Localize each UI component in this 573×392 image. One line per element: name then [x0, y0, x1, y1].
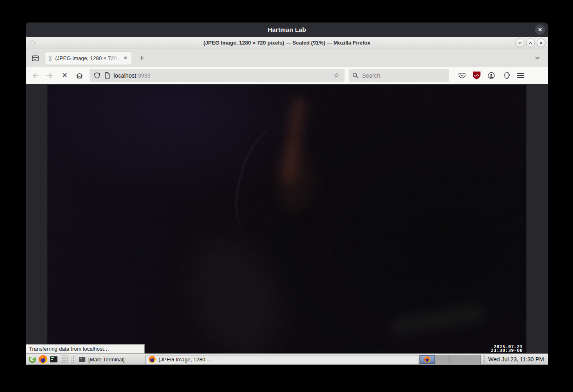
- workspace-1-active[interactable]: [420, 355, 435, 364]
- close-button[interactable]: [537, 38, 546, 47]
- clock-drag-handle[interactable]: [482, 355, 485, 363]
- firefox-view-icon: [31, 54, 39, 62]
- tab-bar: (JPEG Image, 1280 × 720 pi ✕ +: [26, 49, 548, 67]
- stop-button[interactable]: ✕: [58, 69, 71, 82]
- firefox-window-title: (JPEG Image, 1280 × 720 pixels) — Scaled…: [204, 40, 371, 46]
- chevron-up-icon: [528, 40, 533, 45]
- terminal-icon: [50, 356, 58, 363]
- url-bar[interactable]: localhost:9999 ☆: [90, 69, 345, 82]
- account-button[interactable]: [485, 69, 498, 82]
- workspace-2[interactable]: [435, 355, 450, 364]
- list-all-tabs-button[interactable]: [533, 53, 542, 63]
- firefox-icon: [149, 356, 156, 363]
- home-icon: [76, 72, 83, 79]
- navigation-toolbar: ✕ localhost:9999 ☆: [26, 67, 548, 84]
- close-icon: [539, 40, 544, 45]
- url-text[interactable]: localhost:9999: [114, 72, 333, 79]
- sensor-noise-overlay: [47, 85, 526, 353]
- task-label: [Mate Terminal]: [88, 356, 125, 363]
- search-icon: [352, 72, 359, 79]
- file-cabinet-icon: [61, 356, 67, 363]
- search-bar[interactable]: [349, 69, 449, 82]
- vnc-titlebar: Hartman Lab ✕: [26, 22, 548, 37]
- forward-arrow-icon: [46, 72, 54, 79]
- task-label: (JPEG Image, 1280 …: [159, 356, 212, 363]
- tracking-shield-icon[interactable]: [94, 72, 101, 79]
- browser-content: 2025-07-23 23:30:39-00 Transferring data…: [26, 84, 548, 354]
- chevron-down-icon: [535, 55, 540, 61]
- firefox-launcher[interactable]: [38, 354, 48, 364]
- remote-desktop: Hartman Lab ✕ (JPEG Image, 1280 × 720 pi…: [26, 22, 548, 365]
- firefox-titlebar[interactable]: (JPEG Image, 1280 × 720 pixels) — Scaled…: [26, 37, 548, 49]
- forward-button[interactable]: [44, 69, 56, 82]
- window-controls: [515, 38, 546, 47]
- app-menu-button[interactable]: [514, 69, 527, 82]
- pocket-button[interactable]: [455, 69, 468, 82]
- toolbar-action-icons: uO: [454, 69, 527, 82]
- tab-title: (JPEG Image, 1280 × 720 pi: [55, 55, 122, 61]
- new-tab-button[interactable]: +: [137, 54, 147, 62]
- workspace-3[interactable]: [450, 355, 465, 364]
- task-button-jpeg-image[interactable]: (JPEG Image, 1280 …: [145, 355, 418, 364]
- workspace-switcher: [419, 355, 481, 364]
- url-port: :9999: [136, 72, 150, 79]
- chevron-down-icon: [517, 40, 522, 45]
- url-host: localhost: [114, 72, 136, 79]
- taskbar: [Mate Terminal] (JPEG Image, 1280 … Wed …: [26, 354, 548, 365]
- workspace-4[interactable]: [465, 355, 480, 364]
- home-button[interactable]: [73, 69, 85, 82]
- file-manager-launcher[interactable]: [59, 354, 69, 364]
- terminal-launcher[interactable]: [49, 354, 58, 364]
- timestamp-time: 23:30:39-00: [491, 349, 523, 352]
- tab-title-fade: [108, 55, 122, 61]
- pocket-icon: [458, 72, 466, 79]
- hourglass-loading-icon: [48, 56, 53, 61]
- ublock-label: uO: [474, 74, 479, 77]
- mate-menu-icon: [28, 355, 36, 363]
- ublock-origin-button[interactable]: uO: [470, 69, 483, 82]
- extensions-button[interactable]: [499, 69, 513, 82]
- vnc-close-button[interactable]: ✕: [535, 25, 545, 35]
- bookmark-star-icon[interactable]: ☆: [333, 71, 340, 80]
- camera-timestamp: 2025-07-23 23:30:39-00: [491, 345, 523, 352]
- search-input[interactable]: [362, 72, 432, 79]
- back-arrow-icon: [31, 72, 39, 79]
- panel-drag-handle[interactable]: [71, 355, 74, 363]
- terminal-icon: [79, 357, 85, 362]
- maximize-button[interactable]: [526, 38, 535, 47]
- account-icon: [487, 72, 495, 80]
- firefox-view-button[interactable]: [29, 52, 41, 64]
- tab-jpeg-image[interactable]: (JPEG Image, 1280 × 720 pi ✕: [45, 52, 132, 65]
- minimize-button[interactable]: [515, 38, 524, 47]
- status-bar: Transferring data from localhost…: [26, 344, 145, 354]
- puzzle-piece-icon: [502, 72, 510, 79]
- task-button-mate-terminal[interactable]: [Mate Terminal]: [76, 355, 144, 364]
- tab-close-icon[interactable]: ✕: [122, 54, 129, 62]
- vnc-window-title: Hartman Lab: [268, 26, 306, 33]
- ublock-shield-icon: uO: [473, 72, 481, 80]
- page-info-icon[interactable]: [104, 72, 110, 79]
- window-menu-icon[interactable]: [30, 40, 35, 45]
- firefox-icon: [424, 356, 430, 363]
- webcam-jpeg-image[interactable]: 2025-07-23 23:30:39-00: [47, 85, 526, 353]
- hamburger-menu-icon: [517, 72, 524, 79]
- taskbar-clock[interactable]: Wed Jul 23, 11:30 PM: [487, 356, 547, 363]
- stop-x-icon: ✕: [62, 71, 67, 80]
- back-button[interactable]: [29, 69, 41, 82]
- firefox-icon: [39, 355, 47, 364]
- mate-menu-button[interactable]: [27, 354, 37, 364]
